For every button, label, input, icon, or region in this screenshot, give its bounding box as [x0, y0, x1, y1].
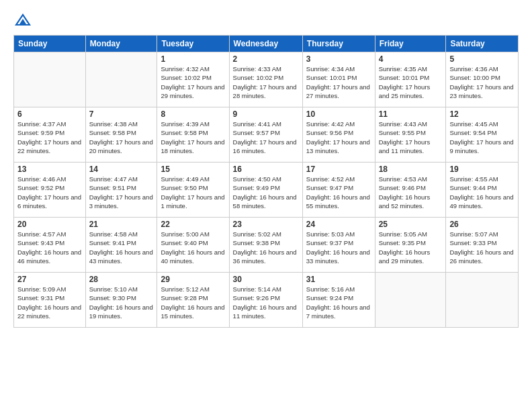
day-info: Sunrise: 4:36 AM Sunset: 10:00 PM Daylig… — [449, 64, 515, 100]
calendar-cell: 18Sunrise: 4:53 AM Sunset: 9:46 PM Dayli… — [375, 163, 446, 218]
day-info: Sunrise: 5:05 AM Sunset: 9:35 PM Dayligh… — [379, 230, 443, 265]
day-number: 24 — [306, 220, 371, 229]
calendar-cell — [446, 273, 519, 328]
calendar-cell: 21Sunrise: 4:58 AM Sunset: 9:41 PM Dayli… — [85, 218, 157, 273]
day-info: Sunrise: 4:46 AM Sunset: 9:52 PM Dayligh… — [17, 175, 82, 210]
calendar-cell: 22Sunrise: 5:00 AM Sunset: 9:40 PM Dayli… — [157, 218, 229, 273]
calendar-cell: 28Sunrise: 5:10 AM Sunset: 9:30 PM Dayli… — [85, 273, 157, 328]
day-info: Sunrise: 4:38 AM Sunset: 9:58 PM Dayligh… — [89, 120, 154, 155]
calendar-cell: 25Sunrise: 5:05 AM Sunset: 9:35 PM Dayli… — [375, 218, 446, 273]
day-info: Sunrise: 4:35 AM Sunset: 10:01 PM Daylig… — [379, 64, 443, 100]
day-number: 8 — [161, 109, 225, 119]
day-info: Sunrise: 4:37 AM Sunset: 9:59 PM Dayligh… — [17, 120, 82, 155]
day-number: 27 — [17, 275, 82, 284]
calendar-cell: 26Sunrise: 5:07 AM Sunset: 9:33 PM Dayli… — [446, 218, 519, 273]
day-info: Sunrise: 4:34 AM Sunset: 10:01 PM Daylig… — [306, 64, 371, 100]
day-info: Sunrise: 5:03 AM Sunset: 9:37 PM Dayligh… — [306, 230, 371, 265]
weekday-header-thursday: Thursday — [302, 36, 375, 52]
day-number: 4 — [379, 54, 443, 64]
day-number: 13 — [17, 165, 82, 174]
day-info: Sunrise: 4:57 AM Sunset: 9:43 PM Dayligh… — [17, 230, 82, 265]
calendar-cell — [14, 52, 86, 107]
calendar-cell: 27Sunrise: 5:09 AM Sunset: 9:31 PM Dayli… — [14, 273, 86, 328]
day-number: 17 — [306, 165, 371, 174]
header — [13, 11, 519, 30]
calendar-cell: 23Sunrise: 5:02 AM Sunset: 9:38 PM Dayli… — [229, 218, 302, 273]
calendar-cell: 9Sunrise: 4:41 AM Sunset: 9:57 PM Daylig… — [229, 107, 302, 163]
calendar-cell: 8Sunrise: 4:39 AM Sunset: 9:58 PM Daylig… — [157, 107, 229, 163]
day-number: 15 — [161, 165, 225, 174]
week-row-1: 1Sunrise: 4:32 AM Sunset: 10:02 PM Dayli… — [14, 52, 519, 107]
weekday-header-wednesday: Wednesday — [229, 36, 302, 52]
calendar-cell: 4Sunrise: 4:35 AM Sunset: 10:01 PM Dayli… — [375, 52, 446, 107]
calendar-cell: 1Sunrise: 4:32 AM Sunset: 10:02 PM Dayli… — [157, 52, 229, 107]
week-row-3: 13Sunrise: 4:46 AM Sunset: 9:52 PM Dayli… — [14, 163, 519, 218]
calendar-cell: 31Sunrise: 5:16 AM Sunset: 9:24 PM Dayli… — [302, 273, 375, 328]
day-number: 7 — [89, 109, 154, 119]
calendar-cell: 2Sunrise: 4:33 AM Sunset: 10:02 PM Dayli… — [229, 52, 302, 107]
calendar-cell: 5Sunrise: 4:36 AM Sunset: 10:00 PM Dayli… — [446, 52, 519, 107]
day-info: Sunrise: 4:50 AM Sunset: 9:49 PM Dayligh… — [233, 175, 299, 210]
calendar-cell: 10Sunrise: 4:42 AM Sunset: 9:56 PM Dayli… — [302, 107, 375, 163]
day-info: Sunrise: 5:07 AM Sunset: 9:33 PM Dayligh… — [449, 230, 515, 265]
logo-icon — [13, 11, 32, 30]
day-number: 18 — [379, 165, 443, 174]
calendar-cell: 7Sunrise: 4:38 AM Sunset: 9:58 PM Daylig… — [85, 107, 157, 163]
day-number: 3 — [306, 54, 371, 64]
day-number: 11 — [379, 109, 443, 119]
day-number: 6 — [17, 109, 82, 119]
calendar-cell: 24Sunrise: 5:03 AM Sunset: 9:37 PM Dayli… — [302, 218, 375, 273]
day-number: 29 — [161, 275, 225, 284]
day-info: Sunrise: 4:47 AM Sunset: 9:51 PM Dayligh… — [89, 175, 154, 210]
day-number: 22 — [161, 220, 225, 229]
day-info: Sunrise: 5:14 AM Sunset: 9:26 PM Dayligh… — [233, 285, 299, 320]
weekday-header-tuesday: Tuesday — [157, 36, 229, 52]
weekday-header-saturday: Saturday — [446, 36, 519, 52]
day-info: Sunrise: 4:32 AM Sunset: 10:02 PM Daylig… — [161, 64, 225, 100]
day-info: Sunrise: 5:02 AM Sunset: 9:38 PM Dayligh… — [233, 230, 299, 265]
calendar-cell: 29Sunrise: 5:12 AM Sunset: 9:28 PM Dayli… — [157, 273, 229, 328]
week-row-4: 20Sunrise: 4:57 AM Sunset: 9:43 PM Dayli… — [14, 218, 519, 273]
calendar-cell: 17Sunrise: 4:52 AM Sunset: 9:47 PM Dayli… — [302, 163, 375, 218]
day-number: 21 — [89, 220, 154, 229]
weekday-header-friday: Friday — [375, 36, 446, 52]
day-number: 30 — [233, 275, 299, 284]
day-number: 16 — [233, 165, 299, 174]
day-info: Sunrise: 4:45 AM Sunset: 9:54 PM Dayligh… — [449, 120, 515, 155]
calendar-cell: 19Sunrise: 4:55 AM Sunset: 9:44 PM Dayli… — [446, 163, 519, 218]
day-number: 20 — [17, 220, 82, 229]
day-number: 10 — [306, 109, 371, 119]
calendar: SundayMondayTuesdayWednesdayThursdayFrid… — [13, 35, 519, 328]
day-info: Sunrise: 5:12 AM Sunset: 9:28 PM Dayligh… — [161, 285, 225, 320]
week-row-2: 6Sunrise: 4:37 AM Sunset: 9:59 PM Daylig… — [14, 107, 519, 163]
day-number: 12 — [449, 109, 515, 119]
day-number: 19 — [449, 165, 515, 174]
day-info: Sunrise: 4:53 AM Sunset: 9:46 PM Dayligh… — [379, 175, 443, 210]
weekday-header-row: SundayMondayTuesdayWednesdayThursdayFrid… — [14, 36, 519, 52]
page: SundayMondayTuesdayWednesdayThursdayFrid… — [0, 0, 532, 411]
calendar-cell: 6Sunrise: 4:37 AM Sunset: 9:59 PM Daylig… — [14, 107, 86, 163]
week-row-5: 27Sunrise: 5:09 AM Sunset: 9:31 PM Dayli… — [14, 273, 519, 328]
day-number: 2 — [233, 54, 299, 64]
weekday-header-sunday: Sunday — [14, 36, 86, 52]
calendar-cell — [85, 52, 157, 107]
day-number: 9 — [233, 109, 299, 119]
day-info: Sunrise: 4:33 AM Sunset: 10:02 PM Daylig… — [233, 64, 299, 100]
calendar-cell: 12Sunrise: 4:45 AM Sunset: 9:54 PM Dayli… — [446, 107, 519, 163]
logo — [13, 11, 35, 30]
day-info: Sunrise: 5:00 AM Sunset: 9:40 PM Dayligh… — [161, 230, 225, 265]
day-info: Sunrise: 4:41 AM Sunset: 9:57 PM Dayligh… — [233, 120, 299, 155]
day-info: Sunrise: 4:43 AM Sunset: 9:55 PM Dayligh… — [379, 120, 443, 155]
day-info: Sunrise: 5:16 AM Sunset: 9:24 PM Dayligh… — [306, 285, 371, 320]
day-number: 26 — [449, 220, 515, 229]
day-number: 31 — [306, 275, 371, 284]
day-number: 14 — [89, 165, 154, 174]
calendar-cell: 20Sunrise: 4:57 AM Sunset: 9:43 PM Dayli… — [14, 218, 86, 273]
day-number: 5 — [449, 54, 515, 64]
calendar-cell — [375, 273, 446, 328]
day-info: Sunrise: 5:10 AM Sunset: 9:30 PM Dayligh… — [89, 285, 154, 320]
calendar-cell: 14Sunrise: 4:47 AM Sunset: 9:51 PM Dayli… — [85, 163, 157, 218]
calendar-cell: 11Sunrise: 4:43 AM Sunset: 9:55 PM Dayli… — [375, 107, 446, 163]
day-info: Sunrise: 4:42 AM Sunset: 9:56 PM Dayligh… — [306, 120, 371, 155]
calendar-cell: 30Sunrise: 5:14 AM Sunset: 9:26 PM Dayli… — [229, 273, 302, 328]
